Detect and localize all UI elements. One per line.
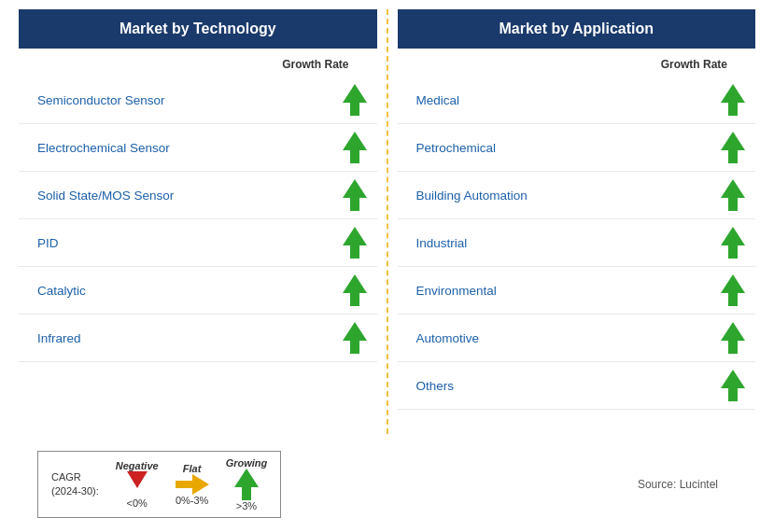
list-item: PID	[19, 219, 377, 267]
up-arrow-icon	[342, 227, 368, 259]
legend-title-text: CAGR (2024-30):	[51, 470, 99, 499]
right-arrow-icon	[176, 474, 209, 495]
item-label: Medical	[416, 93, 460, 107]
legend-item-growing: Growing >3%	[226, 457, 268, 511]
right-growth-rate-label: Growth Rate	[398, 58, 756, 71]
up-arrow-icon	[720, 132, 746, 163]
list-item: Building Automation	[398, 172, 756, 219]
item-label: Electrochemical Sensor	[37, 141, 170, 155]
right-chart-title: Market by Application	[398, 9, 756, 49]
item-label: PID	[37, 236, 59, 250]
list-item: Automotive	[398, 315, 756, 362]
up-arrow-icon	[720, 322, 746, 354]
down-arrow-icon	[127, 471, 148, 497]
item-label: Others	[416, 379, 455, 393]
list-item: Petrochemical	[398, 124, 756, 172]
item-label: Solid State/MOS Sensor	[37, 189, 174, 203]
left-chart-title: Market by Technology	[19, 9, 377, 49]
list-item: Semiconductor Sensor	[19, 77, 377, 124]
list-item: Infrared	[19, 315, 377, 362]
list-item: Environmental	[398, 267, 756, 315]
up-arrow-icon	[342, 322, 368, 354]
left-growth-rate-label: Growth Rate	[19, 58, 377, 71]
up-arrow-icon	[233, 469, 260, 500]
up-arrow-icon	[720, 274, 746, 306]
list-item: Medical	[398, 77, 756, 124]
charts-row: Market by Technology Growth Rate Semicon…	[19, 9, 755, 434]
legend-section: CAGR (2024-30): Negative <0% Flat 0%-3% …	[19, 441, 755, 523]
right-items-list: Medical Petrochemical Building Automatio…	[398, 77, 756, 410]
up-arrow-icon	[720, 179, 746, 211]
list-item: Industrial	[398, 219, 756, 267]
source-text: Source: Lucintel	[638, 478, 737, 491]
item-label: Petrochemical	[416, 141, 497, 155]
left-chart-section: Market by Technology Growth Rate Semicon…	[19, 9, 377, 434]
legend-box: CAGR (2024-30): Negative <0% Flat 0%-3% …	[37, 451, 281, 518]
list-item: Solid State/MOS Sensor	[19, 172, 377, 219]
list-item: Others	[398, 362, 756, 410]
page-container: Market by Technology Growth Rate Semicon…	[0, 0, 774, 532]
legend-item-negative: Negative <0%	[116, 460, 159, 509]
up-arrow-icon	[342, 132, 368, 163]
right-chart-section: Market by Application Growth Rate Medica…	[398, 9, 756, 434]
item-label: Automotive	[416, 331, 480, 345]
left-items-list: Semiconductor Sensor Electrochemical Sen…	[19, 77, 377, 362]
item-label: Industrial	[416, 236, 468, 250]
legend-growing-label: Growing	[226, 457, 268, 469]
legend-growing-range: >3%	[236, 500, 257, 511]
item-label: Environmental	[416, 284, 497, 298]
list-item: Catalytic	[19, 267, 377, 315]
list-item: Electrochemical Sensor	[19, 124, 377, 172]
up-arrow-icon	[342, 179, 368, 211]
legend-negative-label: Negative	[116, 460, 159, 471]
legend-flat-label: Flat	[183, 463, 202, 474]
item-label: Catalytic	[37, 284, 86, 298]
up-arrow-icon	[720, 84, 746, 116]
legend-flat-range: 0%-3%	[176, 495, 208, 506]
item-label: Infrared	[37, 331, 81, 345]
up-arrow-icon	[342, 84, 368, 116]
up-arrow-icon	[720, 227, 746, 259]
legend-negative-range: <0%	[127, 497, 148, 509]
center-divider	[387, 9, 388, 434]
item-label: Semiconductor Sensor	[37, 93, 165, 107]
item-label: Building Automation	[416, 189, 528, 203]
up-arrow-icon	[720, 370, 746, 401]
up-arrow-icon	[342, 274, 368, 306]
legend-item-flat: Flat 0%-3%	[176, 463, 209, 506]
